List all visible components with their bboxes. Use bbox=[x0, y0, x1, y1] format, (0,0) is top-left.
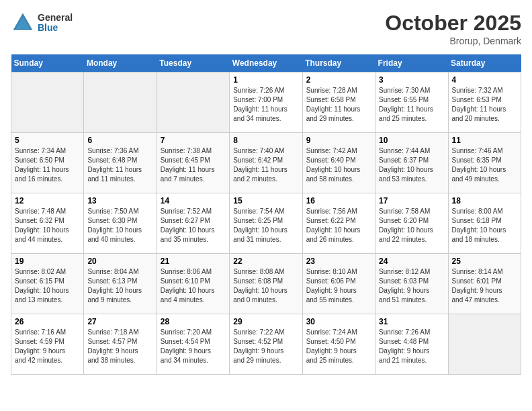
day-detail: Sunrise: 7:58 AM Sunset: 6:20 PM Dayligh… bbox=[379, 207, 444, 244]
location-label: Brorup, Denmark bbox=[385, 36, 521, 46]
calendar-cell: 3Sunrise: 7:30 AM Sunset: 6:55 PM Daylig… bbox=[375, 73, 448, 133]
day-detail: Sunrise: 7:36 AM Sunset: 6:48 PM Dayligh… bbox=[87, 146, 152, 184]
day-detail: Sunrise: 8:02 AM Sunset: 6:15 PM Dayligh… bbox=[15, 267, 80, 305]
calendar-cell: 22Sunrise: 8:08 AM Sunset: 6:08 PM Dayli… bbox=[230, 254, 302, 314]
calendar-cell: 27Sunrise: 7:18 AM Sunset: 4:57 PM Dayli… bbox=[84, 314, 157, 375]
calendar-cell: 5Sunrise: 7:34 AM Sunset: 6:50 PM Daylig… bbox=[11, 133, 84, 193]
calendar-cell: 8Sunrise: 7:40 AM Sunset: 6:42 PM Daylig… bbox=[230, 133, 302, 193]
calendar-cell: 29Sunrise: 7:22 AM Sunset: 4:52 PM Dayli… bbox=[230, 314, 302, 375]
calendar-cell: 4Sunrise: 7:32 AM Sunset: 6:53 PM Daylig… bbox=[448, 73, 521, 133]
day-detail: Sunrise: 7:46 AM Sunset: 6:35 PM Dayligh… bbox=[452, 146, 517, 184]
calendar-cell: 11Sunrise: 7:46 AM Sunset: 6:35 PM Dayli… bbox=[448, 133, 521, 193]
col-sunday: Sunday bbox=[11, 54, 84, 73]
title-block: October 2025 Brorup, Denmark bbox=[385, 11, 521, 46]
day-number: 23 bbox=[306, 257, 371, 266]
day-detail: Sunrise: 7:42 AM Sunset: 6:40 PM Dayligh… bbox=[306, 146, 371, 184]
calendar-cell: 31Sunrise: 7:26 AM Sunset: 4:48 PM Dayli… bbox=[375, 314, 448, 375]
day-number: 14 bbox=[161, 196, 226, 205]
day-detail: Sunrise: 7:56 AM Sunset: 6:22 PM Dayligh… bbox=[306, 207, 371, 244]
calendar-cell: 7Sunrise: 7:38 AM Sunset: 6:45 PM Daylig… bbox=[157, 133, 229, 193]
day-number: 20 bbox=[87, 257, 152, 266]
calendar-cell: 26Sunrise: 7:16 AM Sunset: 4:59 PM Dayli… bbox=[11, 314, 84, 375]
day-number: 24 bbox=[379, 257, 444, 266]
calendar-cell: 15Sunrise: 7:54 AM Sunset: 6:25 PM Dayli… bbox=[230, 193, 302, 254]
calendar-cell bbox=[448, 314, 521, 375]
day-detail: Sunrise: 7:18 AM Sunset: 4:57 PM Dayligh… bbox=[87, 328, 152, 365]
calendar-cell: 17Sunrise: 7:58 AM Sunset: 6:20 PM Dayli… bbox=[375, 193, 448, 254]
calendar-cell: 1Sunrise: 7:26 AM Sunset: 7:00 PM Daylig… bbox=[230, 73, 302, 133]
calendar-cell: 20Sunrise: 8:04 AM Sunset: 6:13 PM Dayli… bbox=[84, 254, 157, 314]
day-number: 28 bbox=[161, 317, 226, 326]
calendar-header: Sunday Monday Tuesday Wednesday Thursday… bbox=[11, 54, 521, 73]
calendar-cell: 28Sunrise: 7:20 AM Sunset: 4:54 PM Dayli… bbox=[157, 314, 229, 375]
calendar-cell: 2Sunrise: 7:28 AM Sunset: 6:58 PM Daylig… bbox=[302, 73, 375, 133]
calendar-cell: 14Sunrise: 7:52 AM Sunset: 6:27 PM Dayli… bbox=[157, 193, 229, 254]
day-detail: Sunrise: 7:40 AM Sunset: 6:42 PM Dayligh… bbox=[233, 146, 298, 184]
day-detail: Sunrise: 7:30 AM Sunset: 6:55 PM Dayligh… bbox=[379, 86, 444, 124]
calendar-cell: 16Sunrise: 7:56 AM Sunset: 6:22 PM Dayli… bbox=[302, 193, 375, 254]
col-thursday: Thursday bbox=[302, 54, 375, 73]
calendar-cell: 13Sunrise: 7:50 AM Sunset: 6:30 PM Dayli… bbox=[84, 193, 157, 254]
day-detail: Sunrise: 8:12 AM Sunset: 6:03 PM Dayligh… bbox=[379, 267, 444, 305]
day-number: 17 bbox=[379, 196, 444, 205]
month-title: October 2025 bbox=[385, 11, 521, 36]
day-number: 8 bbox=[233, 136, 298, 145]
logo: General Blue bbox=[11, 11, 73, 35]
day-detail: Sunrise: 7:38 AM Sunset: 6:45 PM Dayligh… bbox=[161, 146, 226, 184]
col-friday: Friday bbox=[375, 54, 448, 73]
day-detail: Sunrise: 7:52 AM Sunset: 6:27 PM Dayligh… bbox=[161, 207, 226, 244]
day-number: 18 bbox=[452, 196, 517, 205]
day-number: 30 bbox=[306, 317, 371, 326]
col-wednesday: Wednesday bbox=[230, 54, 302, 73]
day-detail: Sunrise: 7:24 AM Sunset: 4:50 PM Dayligh… bbox=[306, 328, 371, 365]
calendar-cell: 9Sunrise: 7:42 AM Sunset: 6:40 PM Daylig… bbox=[302, 133, 375, 193]
day-number: 15 bbox=[233, 196, 298, 205]
day-detail: Sunrise: 7:34 AM Sunset: 6:50 PM Dayligh… bbox=[15, 146, 80, 184]
day-detail: Sunrise: 8:10 AM Sunset: 6:06 PM Dayligh… bbox=[306, 267, 371, 305]
logo-general-label: General bbox=[38, 13, 73, 23]
day-detail: Sunrise: 7:28 AM Sunset: 6:58 PM Dayligh… bbox=[306, 86, 371, 124]
calendar-body: 1Sunrise: 7:26 AM Sunset: 7:00 PM Daylig… bbox=[11, 73, 521, 375]
calendar-cell: 30Sunrise: 7:24 AM Sunset: 4:50 PM Dayli… bbox=[302, 314, 375, 375]
calendar-cell: 12Sunrise: 7:48 AM Sunset: 6:32 PM Dayli… bbox=[11, 193, 84, 254]
calendar-cell bbox=[157, 73, 229, 133]
day-number: 19 bbox=[15, 257, 80, 266]
day-detail: Sunrise: 7:48 AM Sunset: 6:32 PM Dayligh… bbox=[15, 207, 80, 244]
day-number: 1 bbox=[233, 75, 298, 85]
day-number: 29 bbox=[233, 317, 298, 326]
day-detail: Sunrise: 7:16 AM Sunset: 4:59 PM Dayligh… bbox=[15, 328, 80, 365]
col-saturday: Saturday bbox=[448, 54, 521, 73]
day-detail: Sunrise: 8:14 AM Sunset: 6:01 PM Dayligh… bbox=[452, 267, 517, 305]
day-number: 10 bbox=[379, 136, 444, 145]
day-number: 7 bbox=[161, 136, 226, 145]
day-detail: Sunrise: 7:26 AM Sunset: 4:48 PM Dayligh… bbox=[379, 328, 444, 365]
day-number: 26 bbox=[15, 317, 80, 326]
calendar-table: Sunday Monday Tuesday Wednesday Thursday… bbox=[11, 54, 521, 375]
calendar-cell bbox=[11, 73, 84, 133]
calendar-week-3: 12Sunrise: 7:48 AM Sunset: 6:32 PM Dayli… bbox=[11, 193, 521, 254]
calendar-week-2: 5Sunrise: 7:34 AM Sunset: 6:50 PM Daylig… bbox=[11, 133, 521, 193]
calendar-cell: 19Sunrise: 8:02 AM Sunset: 6:15 PM Dayli… bbox=[11, 254, 84, 314]
day-number: 9 bbox=[306, 136, 371, 145]
day-number: 27 bbox=[87, 317, 152, 326]
day-number: 25 bbox=[452, 257, 517, 266]
header-row: Sunday Monday Tuesday Wednesday Thursday… bbox=[11, 54, 521, 73]
logo-text: General Blue bbox=[38, 13, 73, 34]
calendar-week-1: 1Sunrise: 7:26 AM Sunset: 7:00 PM Daylig… bbox=[11, 73, 521, 133]
col-monday: Monday bbox=[84, 54, 157, 73]
logo-icon bbox=[11, 11, 35, 35]
day-number: 2 bbox=[306, 75, 371, 85]
day-detail: Sunrise: 7:26 AM Sunset: 7:00 PM Dayligh… bbox=[233, 86, 298, 124]
col-tuesday: Tuesday bbox=[157, 54, 229, 73]
day-number: 3 bbox=[379, 75, 444, 85]
day-detail: Sunrise: 8:06 AM Sunset: 6:10 PM Dayligh… bbox=[161, 267, 226, 305]
day-detail: Sunrise: 7:32 AM Sunset: 6:53 PM Dayligh… bbox=[452, 86, 517, 124]
calendar-cell: 25Sunrise: 8:14 AM Sunset: 6:01 PM Dayli… bbox=[448, 254, 521, 314]
logo-blue-label: Blue bbox=[38, 23, 73, 33]
calendar-cell: 23Sunrise: 8:10 AM Sunset: 6:06 PM Dayli… bbox=[302, 254, 375, 314]
day-detail: Sunrise: 8:00 AM Sunset: 6:18 PM Dayligh… bbox=[452, 207, 517, 244]
day-number: 5 bbox=[15, 136, 80, 145]
day-detail: Sunrise: 7:20 AM Sunset: 4:54 PM Dayligh… bbox=[161, 328, 226, 365]
day-number: 22 bbox=[233, 257, 298, 266]
calendar-cell: 6Sunrise: 7:36 AM Sunset: 6:48 PM Daylig… bbox=[84, 133, 157, 193]
